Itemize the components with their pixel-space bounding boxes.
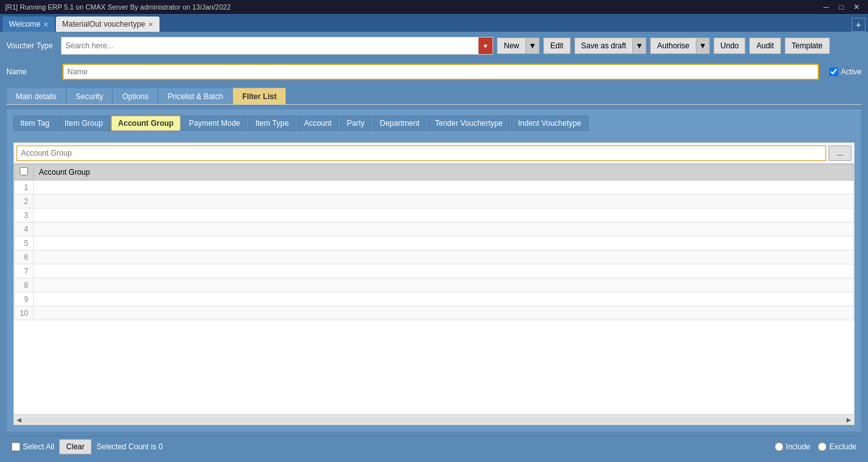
scrollbar-container: ◀ ▶ [14,414,854,425]
table-row: 4 [15,222,854,236]
title-bar: [R1] Running ERP 5.1 on CMAX Server By a… [0,0,868,14]
row-number: 3 [15,208,34,222]
table-row: 5 [15,236,854,250]
sub-tab-tender-vouchertype[interactable]: Tender Vouchertype [428,116,510,131]
grid-container: ... Account Group 1 [13,142,855,425]
close-button[interactable]: ✕ [850,1,863,13]
account-group-cell[interactable] [34,222,854,236]
new-button-group: New ▼ [497,37,539,54]
account-group-table: Account Group 1 2 3 4 5 6 7 [14,164,854,320]
authorise-button-group: Authorise ▼ [650,37,710,54]
select-all-checkbox[interactable] [11,442,20,451]
account-group-search-input[interactable] [17,146,826,161]
select-all-container: Select All [11,442,54,451]
sub-tab-party[interactable]: Party [340,116,372,131]
selected-count-value: 0 [158,442,163,451]
row-number: 9 [15,292,34,306]
exclude-label: Exclude [829,442,857,451]
include-radio-item: Include [775,442,811,451]
table-row: 7 [15,264,854,278]
include-label: Include [786,442,811,451]
scroll-left-arrow[interactable]: ◀ [17,416,22,423]
row-number: 5 [15,236,34,250]
sub-tab-item-tag[interactable]: Item Tag [13,116,57,131]
account-group-cell[interactable] [34,180,854,194]
clear-button[interactable]: Clear [59,439,92,454]
header-checkbox-cell [15,165,34,180]
tab-main-details[interactable]: Main details [6,88,66,104]
tab-pricelist-batch[interactable]: Pricelist & Batch [158,88,233,104]
name-row: Name Active [6,64,862,80]
maximize-button[interactable]: □ [835,1,848,13]
active-checkbox[interactable] [829,67,838,76]
account-group-browse-button[interactable]: ... [829,146,851,161]
grid-search-row: ... [14,143,854,164]
exclude-radio-item: Exclude [818,442,857,451]
save-as-draft-button[interactable]: Save as draft [574,37,634,54]
main-wrapper: Voucher Type New ▼ Edit Save as draft ▼ … [0,32,868,462]
name-input[interactable] [62,64,819,80]
horizontal-scrollbar[interactable] [23,417,845,423]
table-row: 9 [15,292,854,306]
grid-body: 1 2 3 4 5 6 7 8 9 10 [15,180,854,320]
exclude-radio[interactable] [818,442,827,451]
sub-tabs: Item Tag Item Group Account Group Paymen… [13,116,855,131]
header-checkbox[interactable] [20,167,28,175]
account-group-cell[interactable] [34,250,854,264]
tab-welcome[interactable]: Welcome ✕ [3,17,55,32]
table-row: 8 [15,278,854,292]
tab-add-button[interactable]: + [851,18,865,32]
authorise-dropdown-arrow[interactable]: ▼ [696,37,710,54]
account-group-cell[interactable] [34,264,854,278]
tab-materialout-close[interactable]: ✕ [148,21,153,28]
sub-tab-account-group[interactable]: Account Group [111,116,180,131]
include-radio[interactable] [775,442,783,451]
save-as-draft-button-group: Save as draft ▼ [574,37,647,54]
grid-header: Account Group [15,165,854,180]
sub-tab-payment-mode[interactable]: Payment Mode [182,116,247,131]
window-controls: ─ □ ✕ [820,1,863,13]
voucher-type-dropdown-button[interactable] [478,37,492,54]
bottom-bar: Select All Clear Selected Count is 0 Inc… [6,436,862,457]
tab-filter-list[interactable]: Filter List [233,88,286,104]
select-all-label: Select All [23,442,54,451]
minimize-button[interactable]: ─ [820,1,832,13]
template-button[interactable]: Template [785,37,830,54]
table-row: 3 [15,208,854,222]
sub-tab-account[interactable]: Account [297,116,338,131]
account-group-cell[interactable] [34,208,854,222]
sub-tab-item-type[interactable]: Item Type [248,116,295,131]
name-label: Name [6,67,57,76]
tab-materialout-label: MaterialOut vouchertype [62,20,146,29]
sub-tab-indent-vouchetype[interactable]: Indent Vouchetype [511,116,588,131]
account-group-cell[interactable] [34,306,854,320]
authorise-button[interactable]: Authorise [650,37,696,54]
sub-tab-department[interactable]: Department [373,116,427,131]
account-group-cell[interactable] [34,194,854,208]
voucher-type-search-input[interactable] [62,37,478,54]
new-dropdown-arrow[interactable]: ▼ [526,37,539,54]
scroll-right-arrow[interactable]: ▶ [846,416,851,423]
table-row: 10 [15,306,854,320]
tab-materialout[interactable]: MaterialOut vouchertype ✕ [56,17,159,32]
audit-button[interactable]: Audit [749,37,780,54]
edit-button[interactable]: Edit [543,37,571,54]
row-number: 10 [15,306,34,320]
table-row: 2 [15,194,854,208]
account-group-cell[interactable] [34,292,854,306]
undo-button[interactable]: Undo [714,37,746,54]
tab-options[interactable]: Options [112,88,158,104]
sub-tab-item-group[interactable]: Item Group [58,116,110,131]
save-as-draft-dropdown-arrow[interactable]: ▼ [633,37,646,54]
account-group-cell[interactable] [34,236,854,250]
new-button[interactable]: New [497,37,526,54]
table-row: 1 [15,180,854,194]
search-container [61,37,493,55]
voucher-type-label: Voucher Type [6,41,57,50]
row-number: 4 [15,222,34,236]
tab-welcome-close[interactable]: ✕ [43,21,48,28]
grid-scroll-area[interactable]: Account Group 1 2 3 4 5 6 7 [14,164,854,414]
active-label: Active [841,67,862,76]
tab-security[interactable]: Security [66,88,112,104]
account-group-cell[interactable] [34,278,854,292]
